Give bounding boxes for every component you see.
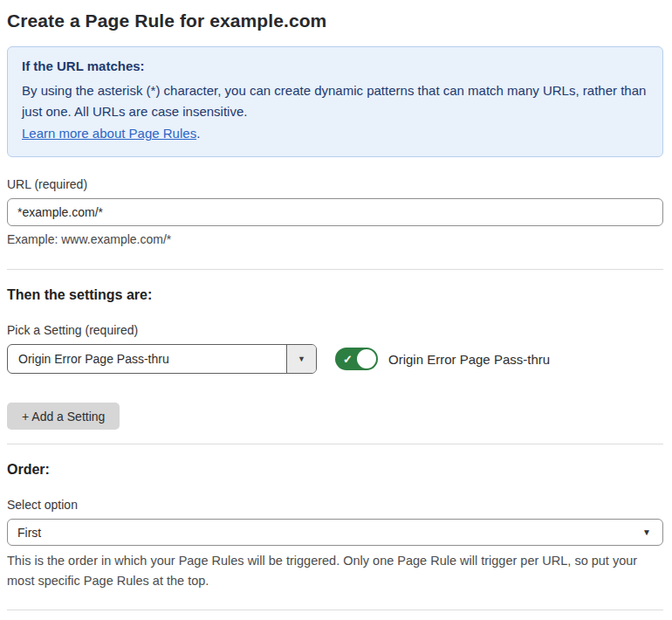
- order-help-text: This is the order in which your Page Rul…: [7, 551, 655, 591]
- order-section-heading: Order:: [7, 462, 663, 478]
- toggle-knob: [357, 349, 376, 369]
- order-select-label: Select option: [7, 498, 663, 512]
- pick-setting-label: Pick a Setting (required): [7, 323, 663, 337]
- check-icon: ✓: [343, 354, 353, 365]
- link-suffix: .: [196, 126, 200, 141]
- create-page-rule-panel: Create a Page Rule for example.com If th…: [0, 0, 672, 620]
- info-box-link-row: Learn more about Page Rules.: [22, 123, 648, 144]
- setting-select[interactable]: Origin Error Page Pass-thru ▼: [7, 344, 317, 374]
- divider: [7, 444, 663, 444]
- setting-toggle[interactable]: ✓: [335, 348, 378, 370]
- info-box-heading: If the URL matches:: [22, 59, 648, 73]
- info-box-body: By using the asterisk (*) character, you…: [22, 80, 648, 122]
- setting-select-arrow: ▼: [286, 345, 316, 373]
- divider: [7, 269, 663, 270]
- url-input[interactable]: [7, 198, 663, 226]
- caret-down-icon: ▼: [298, 355, 305, 363]
- order-select-value: First: [17, 526, 642, 540]
- setting-row: Origin Error Page Pass-thru ▼ ✓ Origin E…: [7, 344, 663, 374]
- url-example-hint: Example: www.example.com/*: [7, 232, 663, 246]
- order-select[interactable]: First ▼: [7, 519, 663, 546]
- setting-select-value: Origin Error Page Pass-thru: [8, 345, 286, 373]
- add-setting-button[interactable]: + Add a Setting: [7, 403, 120, 430]
- url-field-label: URL (required): [7, 177, 663, 191]
- url-match-info-box: If the URL matches: By using the asteris…: [7, 46, 663, 157]
- page-title: Create a Page Rule for example.com: [7, 10, 663, 31]
- caret-down-icon: ▼: [642, 527, 651, 537]
- settings-section-heading: Then the settings are:: [7, 287, 663, 303]
- divider: [7, 610, 663, 610]
- setting-toggle-label: Origin Error Page Pass-thru: [388, 352, 550, 367]
- learn-more-link[interactable]: Learn more about Page Rules: [22, 126, 196, 141]
